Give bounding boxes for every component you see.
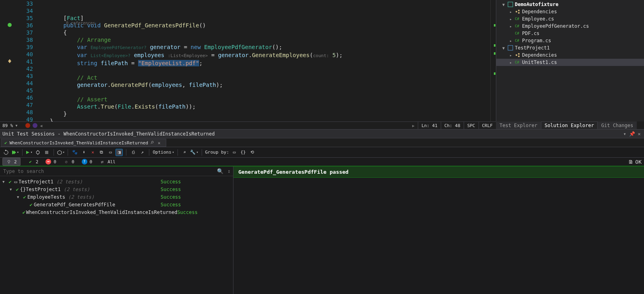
export-button[interactable]: ⬇ bbox=[80, 149, 87, 156]
code-line-37[interactable]: { bbox=[36, 29, 496, 36]
refresh-button[interactable] bbox=[2, 149, 10, 156]
run-selected-button[interactable]: ▾ bbox=[11, 150, 19, 155]
zoom-level[interactable]: 89 % bbox=[2, 123, 13, 128]
chevron-down-icon[interactable]: ▼ bbox=[501, 46, 506, 50]
pin-icon[interactable]: 📌 bbox=[629, 131, 635, 137]
tree-row-test-whenconstructor[interactable]: ✔ WhenConstructorIsInvoked_ThenValidInst… bbox=[0, 208, 233, 216]
project-node-demo[interactable]: ▼ DemoAutofixture bbox=[496, 1, 644, 8]
chevron-right-icon[interactable]: ▸ bbox=[508, 53, 513, 58]
code-line-48[interactable]: } bbox=[36, 110, 496, 117]
filter-failed[interactable]: ━ 0 bbox=[45, 159, 56, 164]
code-line-44[interactable]: generator.GeneratePdf(employees, filePat… bbox=[36, 81, 496, 88]
se-item-unittest1[interactable]: ▸ C# UnitTest1.cs bbox=[496, 59, 644, 66]
tree-row-test-generatepdf[interactable]: ✔ GeneratePdf_GeneratesPdfFile Success bbox=[0, 201, 233, 208]
chevron-down-icon[interactable]: ▼ bbox=[501, 2, 506, 7]
tree-row-project[interactable]: ▼ ✔ ▭ TestProject1 (2 tests) Success bbox=[0, 178, 233, 185]
code-line-46[interactable]: // Assert bbox=[36, 96, 496, 103]
layout-button[interactable]: ▭ bbox=[107, 149, 114, 156]
search-input[interactable] bbox=[0, 167, 233, 176]
status-line[interactable]: Ln: 41 bbox=[418, 122, 441, 129]
chevron-right-icon[interactable]: ▸ bbox=[508, 10, 513, 14]
filter-button[interactable]: ⌕ bbox=[181, 149, 188, 156]
run-button[interactable]: ▾ bbox=[26, 150, 33, 154]
settings-dropdown[interactable]: 🔧 ▾ bbox=[190, 150, 198, 155]
status-eol[interactable]: CRLF bbox=[479, 122, 496, 129]
copy-button[interactable]: ⧉ bbox=[98, 149, 105, 156]
options-dropdown[interactable]: Options ▾ bbox=[153, 150, 174, 155]
track-button[interactable]: 🐾 bbox=[71, 149, 78, 156]
close-icon[interactable]: ✕ bbox=[158, 140, 163, 146]
chevron-down-icon[interactable]: ▼ bbox=[2, 180, 7, 184]
chevron-right-icon[interactable]: ▸ bbox=[508, 17, 513, 21]
dropdown-icon[interactable]: ▾ bbox=[621, 131, 628, 137]
se-item-test-dependencies[interactable]: ▸ Dependencies bbox=[496, 51, 644, 59]
chevron-down-icon[interactable]: ▼ bbox=[17, 195, 22, 199]
chevron-right-icon[interactable]: ▸ bbox=[508, 24, 513, 29]
test-tree[interactable]: ▼ ✔ ▭ TestProject1 (2 tests) Success ▼ ✔… bbox=[0, 176, 233, 294]
remove-button[interactable]: ✕ bbox=[89, 149, 96, 156]
code-line-41[interactable]: string filePath = "EmployeeList.pdf"; bbox=[36, 60, 496, 67]
code-line-35[interactable]: [Fact] bbox=[36, 14, 496, 22]
zoom-dropdown-icon[interactable]: ▼ bbox=[16, 124, 18, 127]
coverage-button[interactable]: ▾ bbox=[57, 150, 65, 155]
test-search[interactable]: 🔍 ↕ bbox=[0, 167, 233, 176]
uts-session-tab[interactable]: ✔ WhenConstructorIsInvoked_ThenValidInst… bbox=[1, 139, 166, 147]
se-item-employee[interactable]: ▸ C# Employee.cs bbox=[496, 15, 644, 23]
code-line-45[interactable] bbox=[36, 88, 496, 96]
se-item-employeepdfgenerator[interactable]: ▸ C# EmployeePdfGenerator.cs bbox=[496, 23, 644, 30]
solution-explorer[interactable]: ▼ DemoAutofixture ▸ Dependencies ▸ C# Em… bbox=[496, 0, 644, 121]
all-icon: ⇄ bbox=[99, 159, 105, 164]
code-line-34[interactable] bbox=[36, 7, 496, 14]
project-node-test[interactable]: ▼ TestProject1 bbox=[496, 44, 644, 51]
code-line-36[interactable]: public void GeneratePdf_GeneratesPdfFile… bbox=[36, 22, 496, 29]
info-status-icon[interactable] bbox=[33, 123, 37, 128]
code-line-43[interactable]: // Act bbox=[36, 74, 496, 81]
pin-icon[interactable]: ⚲ bbox=[150, 140, 156, 146]
code-line-40[interactable]: var List<Employee>? employees :List<Empl… bbox=[36, 51, 496, 60]
code-line-42[interactable] bbox=[36, 67, 496, 74]
codelens-references[interactable]: 0 references bbox=[66, 20, 95, 27]
expand-icon[interactable]: ↕ bbox=[227, 168, 231, 174]
status-col[interactable]: Ch: 48 bbox=[441, 122, 464, 129]
chevron-right-icon[interactable]: ▸ bbox=[508, 60, 513, 65]
filter-all[interactable]: ⇄ All bbox=[99, 159, 116, 164]
filter-passed[interactable]: ✔ 2 bbox=[28, 159, 39, 164]
code-editor[interactable]: 33 34 35 36 37 38 39 40 41 42 43 44 45 4… bbox=[0, 0, 496, 121]
code-line-39[interactable]: var EmployeePdfGenerator? generator = ne… bbox=[36, 43, 496, 51]
svg-point-3 bbox=[518, 10, 520, 11]
tab-test-explorer[interactable]: Test Explorer bbox=[496, 121, 541, 129]
tree-row-namespace[interactable]: ▼ ✔ {} TestProject1 (2 tests) Success bbox=[0, 185, 233, 193]
open-button[interactable]: ↗ bbox=[138, 149, 146, 156]
code-line-47[interactable]: Assert.True(File.Exists(filePath)); bbox=[36, 103, 496, 110]
se-item-program[interactable]: ▸ C# Program.cs bbox=[496, 37, 644, 44]
uts-titlebar[interactable]: Unit Test Sessions - WhenConstructorIsIn… bbox=[0, 130, 644, 138]
group-project-button[interactable]: ▭ bbox=[231, 149, 238, 156]
code-line-38[interactable]: // Arrange bbox=[36, 36, 496, 43]
close-icon[interactable]: ✕ bbox=[636, 131, 642, 137]
search-icon[interactable]: 🔍 bbox=[217, 168, 223, 174]
new-session-button[interactable]: ⎙ bbox=[130, 149, 137, 156]
filter-unknown[interactable]: ? 0 bbox=[82, 159, 93, 164]
chevron-right-icon[interactable]: ▸ bbox=[508, 39, 513, 43]
filter-pinned[interactable]: ⚲ 2 bbox=[2, 158, 21, 166]
chevron-down-icon[interactable]: ▼ bbox=[10, 187, 14, 191]
tab-solution-explorer[interactable]: Solution Explorer bbox=[541, 121, 598, 129]
layout2-button[interactable]: ◨ bbox=[116, 149, 123, 156]
debug-button[interactable] bbox=[34, 149, 41, 156]
se-item-pdf[interactable]: ▸ C# PDF.cs bbox=[496, 30, 644, 37]
status-indent[interactable]: SPC bbox=[464, 122, 479, 129]
group-namespace-button[interactable]: {} bbox=[239, 149, 247, 156]
code-area[interactable]: [Fact] 0 references public void Generate… bbox=[36, 0, 496, 121]
stop-button[interactable] bbox=[43, 149, 50, 156]
code-line-33[interactable] bbox=[36, 0, 496, 7]
filter-ignored[interactable]: ⊘ 0 bbox=[64, 159, 74, 164]
error-status-icon[interactable] bbox=[25, 123, 30, 128]
se-item-dependencies[interactable]: ▸ Dependencies bbox=[496, 8, 644, 15]
tab-git-changes[interactable]: Git Changes bbox=[598, 121, 637, 129]
tree-row-class[interactable]: ▼ ✔ EmployeeTests (2 tests) Success bbox=[0, 193, 233, 201]
scroll-left-icon[interactable]: ◀ bbox=[40, 123, 42, 128]
lightbulb-icon[interactable] bbox=[7, 59, 12, 64]
overview-ruler[interactable] bbox=[490, 0, 496, 121]
scroll-right-icon[interactable]: ▶ bbox=[412, 123, 418, 128]
group-category-button[interactable]: ⟲ bbox=[248, 149, 256, 156]
